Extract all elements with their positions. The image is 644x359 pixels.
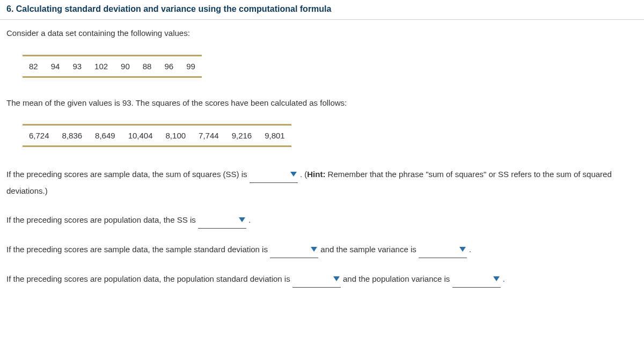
chevron-down-icon xyxy=(493,276,500,282)
square-cell: 10,404 xyxy=(122,125,159,146)
value-cell: 90 xyxy=(114,55,136,77)
square-cell: 9,801 xyxy=(258,125,291,146)
value-cell: 82 xyxy=(23,55,45,77)
square-cell: 8,100 xyxy=(159,125,193,146)
blank-population-variance[interactable] xyxy=(452,271,501,288)
q4-text-b: and the population variance is xyxy=(341,274,452,283)
q4-text-c: . xyxy=(501,274,505,283)
blank-population-sd[interactable] xyxy=(292,271,341,288)
svg-marker-5 xyxy=(493,276,500,281)
square-cell: 9,216 xyxy=(225,125,259,146)
blank-sample-ss[interactable] xyxy=(250,166,298,183)
chevron-down-icon xyxy=(311,247,317,252)
svg-marker-2 xyxy=(311,247,317,252)
value-cell: 102 xyxy=(88,55,114,77)
value-cell: 88 xyxy=(136,55,158,77)
question-2: If the preceding scores are population d… xyxy=(6,212,638,229)
q3-text-c: . xyxy=(467,245,471,254)
chevron-down-icon xyxy=(290,172,297,177)
square-cell: 8,836 xyxy=(56,125,89,146)
svg-marker-3 xyxy=(459,247,466,252)
mean-text: The mean of the given values is 93. The … xyxy=(6,97,638,109)
square-cell: 6,724 xyxy=(23,125,56,146)
content-area: Consider a data set containing the follo… xyxy=(0,20,644,295)
value-cell: 96 xyxy=(158,55,180,77)
chevron-down-icon xyxy=(239,217,245,223)
question-1: If the preceding scores are sample data,… xyxy=(6,166,638,199)
svg-marker-4 xyxy=(333,276,340,281)
square-cell: 7,744 xyxy=(192,125,225,146)
question-heading: 6. Calculating standard deviation and va… xyxy=(0,0,644,20)
svg-marker-1 xyxy=(239,217,245,222)
value-cell: 94 xyxy=(45,55,67,77)
blank-sample-variance[interactable] xyxy=(419,241,467,258)
chevron-down-icon xyxy=(459,247,466,252)
intro-text: Consider a data set containing the follo… xyxy=(6,27,638,40)
q2-text-a: If the preceding scores are population d… xyxy=(6,215,198,224)
squares-row: 6,724 8,836 8,649 10,404 8,100 7,744 9,2… xyxy=(23,125,291,146)
hint-label: Hint: xyxy=(307,170,325,179)
value-cell: 99 xyxy=(180,55,202,77)
q3-text-a: If the preceding scores are sample data,… xyxy=(6,245,270,254)
q1-text-b: . ( xyxy=(298,170,308,179)
question-3: If the preceding scores are sample data,… xyxy=(6,241,638,258)
blank-population-ss[interactable] xyxy=(198,212,246,229)
q1-text-a: If the preceding scores are sample data,… xyxy=(6,170,250,179)
q3-text-b: and the sample variance is xyxy=(318,245,419,254)
values-row: 82 94 93 102 90 88 96 99 xyxy=(23,55,202,77)
value-cell: 93 xyxy=(66,55,88,77)
chevron-down-icon xyxy=(333,276,340,282)
q2-text-b: . xyxy=(246,215,251,224)
question-4: If the preceding scores are population d… xyxy=(6,271,638,288)
values-table: 82 94 93 102 90 88 96 99 xyxy=(23,55,202,78)
squares-table: 6,724 8,836 8,649 10,404 8,100 7,744 9,2… xyxy=(23,124,291,147)
square-cell: 8,649 xyxy=(89,125,122,146)
svg-marker-0 xyxy=(290,172,297,177)
q4-text-a: If the preceding scores are population d… xyxy=(6,274,292,283)
blank-sample-sd[interactable] xyxy=(270,241,318,258)
